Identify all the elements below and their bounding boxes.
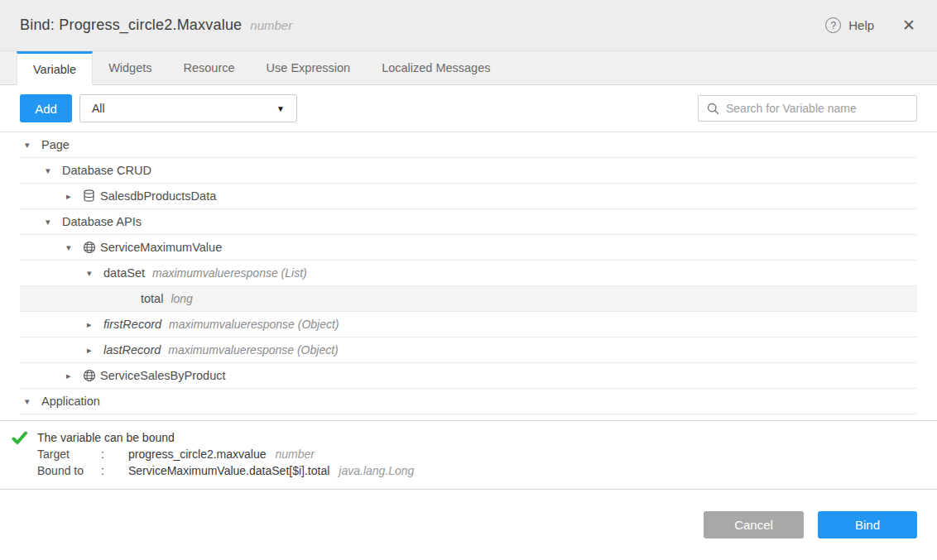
bound-to-row: Bound to : ServiceMaximumValue.dataSet[$… (37, 462, 917, 479)
tree-node-firstrecord[interactable]: ▸ firstRecord maximumvalueresponse (Obje… (20, 312, 917, 337)
chevron-down-icon[interactable]: ▾ (46, 165, 62, 176)
variable-tree: ▾ Page ▾ Database CRUD ▸ SalesdbProducts… (0, 132, 937, 421)
dialog-titlebar: Bind: Progress_circle2.Maxvalue number ?… (0, 0, 937, 51)
tree-node-dataset[interactable]: ▾ dataSet maximumvalueresponse (List) (20, 261, 917, 286)
chevron-right-icon[interactable]: ▸ (66, 371, 83, 381)
tab-bar: Variable Widgets Resource Use Expression… (0, 51, 937, 85)
bound-to-type: java.lang.Long (339, 462, 414, 479)
tree-node-database-crud[interactable]: ▾ Database CRUD (20, 158, 917, 184)
bind-button[interactable]: Bind (818, 511, 917, 538)
chevron-down-icon[interactable]: ▾ (87, 268, 103, 279)
target-label: Target (37, 446, 101, 462)
binding-target-row: Target : progress_circle2.maxvalue numbe… (37, 446, 917, 462)
binding-status-panel: The variable can be bound Target : progr… (0, 421, 937, 490)
web-service-icon (83, 241, 100, 254)
tree-node-type: maximumvalueresponse (Object) (169, 318, 339, 331)
add-variable-button[interactable]: Add (20, 94, 72, 122)
dialog-title: Bind: Progress_circle2.Maxvalue (20, 17, 242, 34)
binding-status-message: The variable can be bound (37, 429, 917, 446)
bound-to-colon: : (101, 462, 128, 479)
web-service-icon (83, 369, 100, 382)
tree-node-label: Database APIs (62, 215, 142, 228)
variable-filter-dropdown[interactable]: All ▼ (79, 94, 297, 122)
cancel-button[interactable]: Cancel (704, 511, 804, 538)
search-icon (707, 103, 719, 115)
tree-node-lastrecord[interactable]: ▸ lastRecord maximumvalueresponse (Objec… (20, 337, 917, 363)
target-colon: : (101, 446, 128, 462)
tree-node-type: long (171, 292, 192, 305)
bound-to-value: ServiceMaximumValue.dataSet[$i].total (128, 462, 329, 479)
chevron-right-icon[interactable]: ▸ (87, 319, 103, 330)
tree-node-label: ServiceMaximumValue (100, 241, 222, 254)
chevron-down-icon[interactable]: ▾ (25, 140, 41, 151)
chevron-down-icon[interactable]: ▾ (46, 217, 62, 227)
dropdown-caret-icon: ▼ (276, 104, 285, 113)
tree-node-label: Application (41, 395, 100, 408)
help-label: Help (848, 18, 874, 32)
tree-node-salesdbproductsdata[interactable]: ▸ SalesdbProductsData (20, 184, 917, 209)
dialog-footer: Cancel Bind (0, 490, 937, 538)
variable-filter-value: All (92, 102, 105, 115)
tree-node-label: ServiceSalesByProduct (100, 369, 226, 382)
tree-node-label: Database CRUD (62, 164, 151, 177)
chevron-down-icon[interactable]: ▾ (66, 242, 83, 253)
binding-status-body: The variable can be bound Target : progr… (37, 429, 917, 479)
target-type: number (276, 446, 315, 462)
tree-node-label: lastRecord (103, 343, 161, 357)
tree-node-page[interactable]: ▾ Page (20, 132, 917, 158)
tree-node-label: Page (41, 138, 70, 151)
tab-resource[interactable]: Resource (168, 51, 251, 84)
tree-node-type: maximumvalueresponse (List) (152, 266, 307, 280)
help-icon: ? (825, 17, 841, 33)
variable-toolbar: Add All ▼ (0, 85, 937, 132)
tab-variable[interactable]: Variable (17, 51, 93, 85)
tree-node-servicemaximumvalue[interactable]: ▾ ServiceMaximumValue (20, 235, 917, 261)
help-button[interactable]: ? Help (825, 17, 874, 33)
dialog-title-type-hint: number (250, 18, 292, 32)
tree-node-label: dataSet (103, 266, 145, 280)
close-icon[interactable]: ✕ (902, 17, 915, 33)
tree-node-servicesalesbyproduct[interactable]: ▸ ServiceSalesByProduct (20, 363, 917, 389)
chevron-down-icon[interactable]: ▾ (25, 396, 41, 407)
tab-widgets[interactable]: Widgets (93, 51, 167, 84)
bound-to-label: Bound to (37, 462, 101, 479)
tree-node-label: SalesdbProductsData (100, 189, 216, 203)
tree-node-type: maximumvalueresponse (Object) (168, 343, 338, 357)
tab-use-expression[interactable]: Use Expression (251, 51, 367, 84)
tree-node-total-selected[interactable]: total long (20, 286, 917, 312)
chevron-right-icon[interactable]: ▸ (87, 345, 103, 356)
target-value: progress_circle2.maxvalue (128, 446, 267, 462)
tab-localized-messages[interactable]: Localized Messages (366, 51, 506, 84)
variable-search-box[interactable] (698, 95, 917, 122)
tree-node-label: total (141, 292, 163, 305)
tree-node-application[interactable]: ▾ Application (20, 389, 917, 414)
tree-node-label: firstRecord (103, 318, 161, 331)
tree-node-database-apis[interactable]: ▾ Database APIs (20, 209, 917, 235)
variable-search-input[interactable] (726, 102, 908, 115)
database-icon (83, 189, 100, 203)
chevron-right-icon[interactable]: ▸ (66, 191, 83, 202)
success-check-icon (12, 429, 37, 479)
